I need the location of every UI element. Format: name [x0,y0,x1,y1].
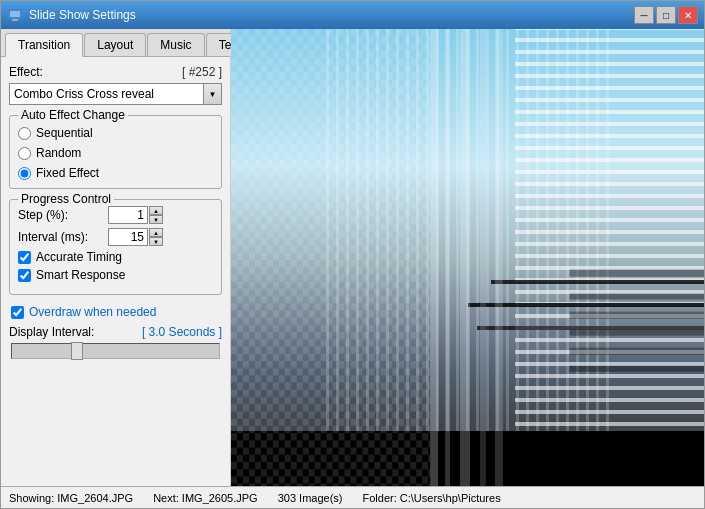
svg-rect-2 [12,19,18,21]
accurate-timing-label: Accurate Timing [36,250,122,264]
display-interval-label: Display Interval: [9,325,94,339]
overdraw-row[interactable]: Overdraw when needed [9,305,222,319]
svg-rect-1 [10,11,20,17]
overdraw-label[interactable]: Overdraw when needed [29,305,156,319]
radio-fixed[interactable]: Fixed Effect [18,166,213,180]
smart-response-checkbox[interactable] [18,269,31,282]
status-folder: Folder: C:\Users\hp\Pictures [362,492,500,504]
interval-label: Interval (ms): [18,230,108,244]
tab-transition[interactable]: Transition [5,33,83,57]
radio-sequential[interactable]: Sequential [18,126,213,140]
interval-spinner: ▲ ▼ [149,228,163,246]
criss-cross-svg [231,29,704,486]
status-bar: Showing: IMG_2604.JPG Next: IMG_2605.JPG… [1,486,704,508]
interval-up-btn[interactable]: ▲ [149,228,163,237]
step-up-btn[interactable]: ▲ [149,206,163,215]
interval-down-btn[interactable]: ▼ [149,237,163,246]
preview-image [231,29,704,486]
tab-music[interactable]: Music [147,33,204,56]
accurate-timing-row[interactable]: Accurate Timing [18,250,213,264]
app-icon [7,7,23,23]
radio-sequential-input[interactable] [18,127,31,140]
step-label: Step (%): [18,208,108,222]
interval-input[interactable] [108,228,148,246]
content-area: Transition Layout Music Text Effect: [ #… [1,29,704,486]
maximize-button[interactable]: □ [656,6,676,24]
radio-random-input[interactable] [18,147,31,160]
main-window: Slide Show Settings ─ □ ✕ Transition Lay… [0,0,705,509]
display-interval-row: Display Interval: [ 3.0 Seconds ] [9,325,222,339]
step-row: Step (%): ▲ ▼ [18,206,213,224]
smart-response-label: Smart Response [36,268,125,282]
title-bar: Slide Show Settings ─ □ ✕ [1,1,704,29]
svg-rect-8 [460,29,470,486]
display-interval-slider[interactable] [11,343,220,359]
svg-rect-9 [480,29,486,486]
effect-label: Effect: [9,65,43,79]
radio-random[interactable]: Random [18,146,213,160]
minimize-button[interactable]: ─ [634,6,654,24]
radio-sequential-label: Sequential [36,126,93,140]
smart-response-row[interactable]: Smart Response [18,268,213,282]
slider-container [9,343,222,362]
svg-rect-10 [495,29,503,486]
effect-count: [ #252 ] [182,65,222,79]
radio-group: Sequential Random Fixed Effect [18,126,213,180]
effect-row: Effect: [ #252 ] [9,65,222,79]
window-controls: ─ □ ✕ [634,6,698,24]
progress-control-group: Progress Control Step (%): ▲ ▼ Interval … [9,199,222,295]
interval-row: Interval (ms): ▲ ▼ [18,228,213,246]
progress-control-title: Progress Control [18,192,114,206]
svg-rect-15 [570,348,704,355]
window-title: Slide Show Settings [29,8,634,22]
preview-panel [231,29,704,486]
effect-dropdown-container: Combo Criss Cross reveal ▼ [9,83,222,105]
display-interval-value: [ 3.0 Seconds ] [142,325,222,339]
step-input[interactable] [108,206,148,224]
effect-dropdown[interactable]: Combo Criss Cross reveal [9,83,204,105]
close-button[interactable]: ✕ [678,6,698,24]
auto-effect-title: Auto Effect Change [18,108,128,122]
tabs-container: Transition Layout Music Text [1,29,230,57]
status-count: 303 Image(s) [278,492,343,504]
panel-content: Effect: [ #252 ] Combo Criss Cross revea… [1,57,230,486]
auto-effect-group: Auto Effect Change Sequential Random [9,115,222,189]
status-next: Next: IMG_2605.JPG [153,492,258,504]
radio-fixed-label: Fixed Effect [36,166,99,180]
radio-fixed-input[interactable] [18,167,31,180]
svg-rect-5 [231,29,430,486]
status-showing: Showing: IMG_2604.JPG [9,492,133,504]
dropdown-arrow-btn[interactable]: ▼ [204,83,222,105]
step-down-btn[interactable]: ▼ [149,215,163,224]
svg-rect-13 [570,312,704,319]
svg-rect-14 [570,330,704,336]
overdraw-checkbox[interactable] [11,306,24,319]
svg-rect-16 [570,366,704,372]
svg-rect-12 [570,294,704,300]
radio-random-label: Random [36,146,81,160]
svg-rect-7 [445,29,450,486]
svg-rect-6 [430,29,438,486]
svg-rect-11 [570,270,704,277]
tab-layout[interactable]: Layout [84,33,146,56]
step-spinner: ▲ ▼ [149,206,163,224]
accurate-timing-checkbox[interactable] [18,251,31,264]
left-panel: Transition Layout Music Text Effect: [ #… [1,29,231,486]
